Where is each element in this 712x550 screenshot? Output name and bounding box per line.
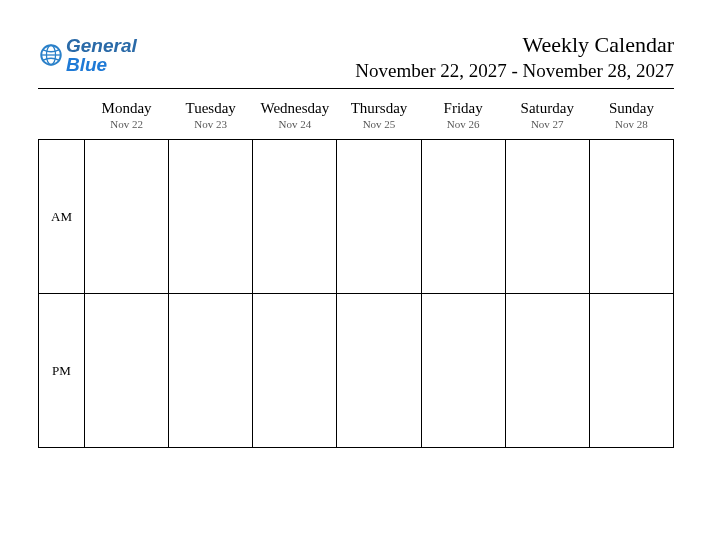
day-header: Friday Nov 26 — [421, 97, 505, 140]
calendar-cell[interactable] — [253, 140, 337, 294]
day-name: Monday — [85, 99, 169, 117]
title-block: Weekly Calendar November 22, 2027 - Nove… — [355, 32, 674, 82]
weekly-calendar-grid: Monday Nov 22 Tuesday Nov 23 Wednesday N… — [38, 97, 674, 448]
calendar-cell[interactable] — [505, 140, 589, 294]
day-header-row: Monday Nov 22 Tuesday Nov 23 Wednesday N… — [39, 97, 674, 140]
day-name: Wednesday — [253, 99, 337, 117]
logo-text-general: General — [66, 35, 137, 56]
calendar-cell[interactable] — [169, 140, 253, 294]
day-name: Thursday — [337, 99, 421, 117]
day-header: Sunday Nov 28 — [589, 97, 673, 140]
day-header: Tuesday Nov 23 — [169, 97, 253, 140]
day-header: Wednesday Nov 24 — [253, 97, 337, 140]
period-label-pm: PM — [39, 294, 85, 448]
calendar-cell[interactable] — [85, 294, 169, 448]
period-label-am: AM — [39, 140, 85, 294]
calendar-cell[interactable] — [505, 294, 589, 448]
calendar-cell[interactable] — [337, 140, 421, 294]
day-header: Saturday Nov 27 — [505, 97, 589, 140]
calendar-cell[interactable] — [85, 140, 169, 294]
day-name: Saturday — [505, 99, 589, 117]
calendar-cell[interactable] — [421, 294, 505, 448]
day-date: Nov 28 — [589, 117, 673, 131]
day-name: Friday — [421, 99, 505, 117]
day-date: Nov 23 — [169, 117, 253, 131]
brand-logo: General Blue — [38, 32, 137, 74]
page-title: Weekly Calendar — [355, 32, 674, 58]
calendar-cell[interactable] — [421, 140, 505, 294]
day-date: Nov 25 — [337, 117, 421, 131]
day-header: Monday Nov 22 — [85, 97, 169, 140]
pm-row: PM — [39, 294, 674, 448]
am-row: AM — [39, 140, 674, 294]
day-date: Nov 27 — [505, 117, 589, 131]
calendar-cell[interactable] — [589, 294, 673, 448]
day-name: Tuesday — [169, 99, 253, 117]
calendar-cell[interactable] — [169, 294, 253, 448]
day-name: Sunday — [589, 99, 673, 117]
globe-icon — [38, 42, 64, 68]
day-date: Nov 26 — [421, 117, 505, 131]
calendar-cell[interactable] — [337, 294, 421, 448]
header: General Blue Weekly Calendar November 22… — [38, 32, 674, 89]
logo-text-blue: Blue — [66, 54, 107, 75]
day-header: Thursday Nov 25 — [337, 97, 421, 140]
date-range: November 22, 2027 - November 28, 2027 — [355, 60, 674, 82]
day-date: Nov 22 — [85, 117, 169, 131]
calendar-cell[interactable] — [589, 140, 673, 294]
day-date: Nov 24 — [253, 117, 337, 131]
calendar-cell[interactable] — [253, 294, 337, 448]
